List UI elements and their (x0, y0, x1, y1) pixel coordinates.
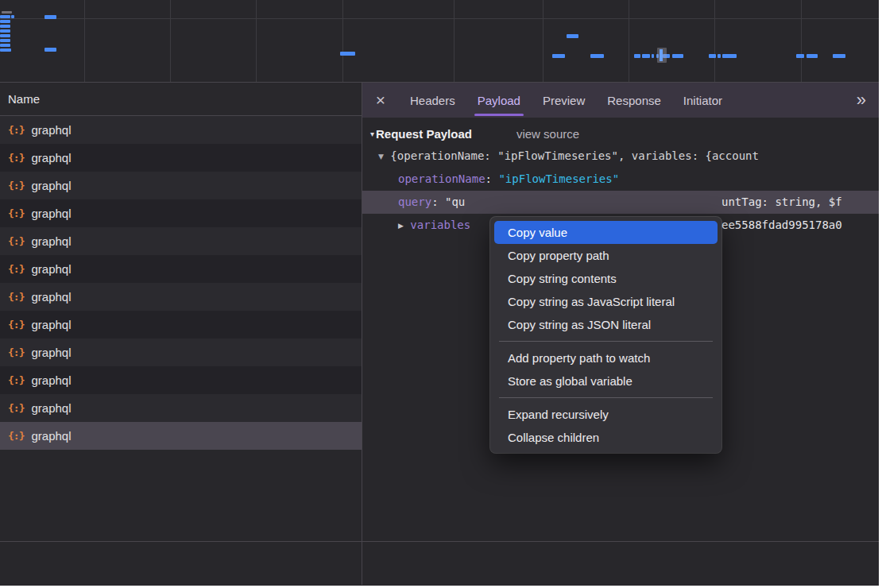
request-name: graphql (31, 151, 71, 164)
json-braces-icon: {:} (8, 263, 24, 275)
json-braces-icon: {:} (8, 319, 24, 331)
overview-request-bar (552, 54, 565, 58)
overview-lane-line (0, 18, 879, 19)
overview-request-bar (590, 54, 604, 58)
menu-item-copy-string-as-json-literal[interactable]: Copy string as JSON literal (494, 313, 718, 336)
request-list-footer (0, 541, 362, 585)
overview-selection-marker (657, 48, 667, 63)
request-name: graphql (31, 207, 71, 220)
property-key: variables (410, 219, 470, 231)
menu-item-store-as-global-variable[interactable]: Store as global variable (494, 369, 718, 393)
request-name: graphql (31, 429, 71, 443)
tab-payload[interactable]: Payload (466, 83, 532, 118)
request-row[interactable]: {:}graphql (0, 338, 362, 366)
context-menu: Copy valueCopy property pathCopy string … (490, 217, 721, 453)
overview-request-bar (340, 52, 355, 56)
overview-gridline (801, 0, 802, 82)
json-braces-icon: {:} (8, 430, 24, 442)
tabs-container: HeadersPayloadPreviewResponseInitiator (399, 83, 733, 118)
menu-item-expand-recursively[interactable]: Expand recursively (494, 403, 718, 426)
property-value-left: "qu (445, 195, 465, 208)
json-braces-icon: {:} (8, 346, 24, 358)
request-row[interactable]: {:}graphql (0, 116, 362, 144)
overview-request-bar (2, 11, 12, 14)
payload-row-operation-name[interactable]: operationName: "ipFlowTimeseries" (362, 168, 879, 191)
overview-request-bar (0, 48, 11, 52)
payload-row-query[interactable]: query: "qu untTag: string, $f (362, 191, 879, 214)
overview-request-bar (0, 29, 10, 33)
request-payload-section[interactable]: ▾ Request Payload view source (362, 118, 879, 145)
request-row[interactable]: {:}graphql (0, 172, 362, 199)
payload-root-row[interactable]: ▼ {operationName: "ipFlowTimeseries", va… (362, 145, 879, 168)
request-name: graphql (31, 401, 71, 415)
request-row[interactable]: {:}graphql (0, 366, 362, 394)
collapse-triangle-icon: ▾ (370, 130, 374, 138)
overview-gridline (629, 0, 629, 82)
overview-gridline (543, 0, 544, 82)
overview-request-bar (833, 54, 845, 58)
json-braces-icon: {:} (8, 291, 24, 303)
request-row[interactable]: {:}graphql (0, 255, 362, 283)
overview-request-bar (567, 34, 578, 38)
overview-request-bar (0, 20, 10, 23)
detail-footer (362, 541, 879, 585)
menu-separator (499, 397, 713, 398)
overview-request-bar (709, 54, 716, 58)
overview-gridline (256, 0, 257, 82)
overview-request-bar (11, 15, 14, 18)
more-tabs-icon[interactable]: » (857, 83, 866, 118)
request-row[interactable]: {:}graphql (0, 422, 362, 450)
payload-summary-text: {operationName: "ipFlowTimeseries", vari… (390, 149, 759, 162)
request-row[interactable]: {:}graphql (0, 283, 362, 311)
tab-initiator[interactable]: Initiator (672, 83, 733, 118)
request-row[interactable]: {:}graphql (0, 311, 362, 338)
property-value-right: untTag: string, $f (721, 191, 842, 214)
property-key: operationName (398, 172, 485, 185)
request-name: graphql (31, 262, 71, 276)
request-name: graphql (31, 373, 71, 387)
overview-selection-tick (660, 49, 663, 61)
request-row[interactable]: {:}graphql (0, 144, 362, 172)
json-braces-icon: {:} (8, 402, 24, 414)
request-row[interactable]: {:}graphql (0, 394, 362, 422)
menu-item-add-property-path-to-watch[interactable]: Add property path to watch (494, 346, 718, 369)
detail-tab-bar: × HeadersPayloadPreviewResponseInitiator… (362, 83, 879, 118)
overview-gridline (342, 0, 343, 82)
menu-item-collapse-children[interactable]: Collapse children (494, 426, 718, 449)
request-rows: {:}graphql{:}graphql{:}graphql{:}graphql… (0, 116, 362, 541)
json-braces-icon: {:} (8, 180, 24, 191)
request-row[interactable]: {:}graphql (0, 199, 362, 227)
request-name: graphql (31, 290, 71, 304)
menu-item-copy-property-path[interactable]: Copy property path (494, 244, 718, 267)
tab-preview[interactable]: Preview (532, 83, 596, 118)
section-title: Request Payload (376, 127, 472, 141)
property-value-right: ee5588fdad995178a0 (721, 214, 842, 237)
overview-request-bar (0, 39, 10, 42)
menu-item-copy-string-contents[interactable]: Copy string contents (494, 267, 718, 290)
overview-request-bar (652, 54, 654, 58)
overview-request-bar (796, 54, 804, 58)
property-key: query (398, 195, 431, 208)
overview-gridline (84, 0, 85, 82)
json-braces-icon: {:} (8, 374, 24, 386)
menu-item-copy-value[interactable]: Copy value (494, 221, 718, 244)
request-row[interactable]: {:}graphql (0, 227, 362, 255)
tab-response[interactable]: Response (596, 83, 672, 118)
network-overview[interactable] (0, 0, 879, 83)
request-list-panel: Name {:}graphql{:}graphql{:}graphql{:}gr… (0, 83, 362, 585)
overview-request-bar (0, 34, 10, 37)
tab-headers[interactable]: Headers (399, 83, 466, 118)
overview-request-bar (672, 54, 683, 58)
overview-request-bar (807, 54, 818, 58)
overview-request-bar (722, 54, 737, 58)
overview-gridline (170, 0, 171, 82)
overview-gridline (714, 0, 715, 82)
request-name: graphql (31, 179, 71, 192)
menu-item-copy-string-as-javascript-literal[interactable]: Copy string as JavaScript literal (494, 290, 718, 313)
overview-gridline (454, 0, 455, 82)
close-icon[interactable]: × (362, 83, 399, 118)
view-source-link[interactable]: view source (516, 127, 579, 141)
column-header-name[interactable]: Name (0, 83, 362, 116)
overview-request-bar (634, 54, 640, 58)
overview-request-bar (44, 15, 56, 19)
